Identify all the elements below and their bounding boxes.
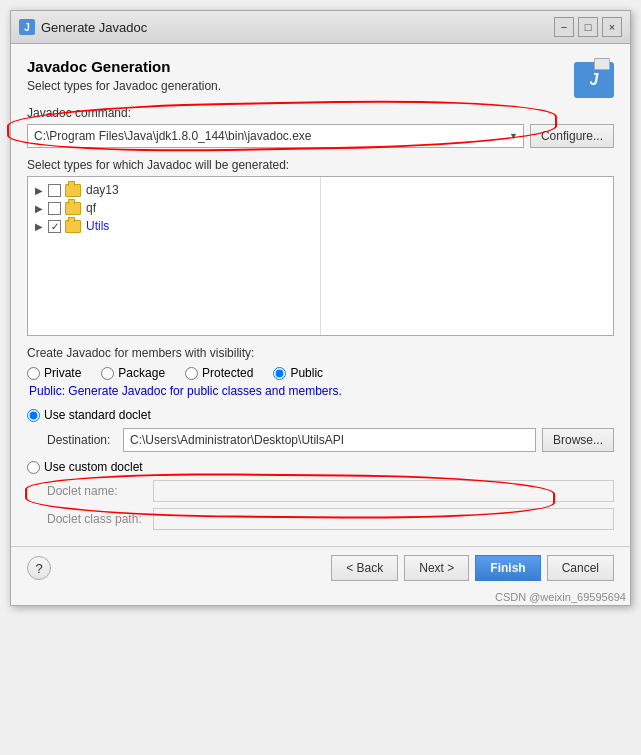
tree-arrow-qf: ▶ [32, 203, 46, 214]
javadoc-command-select[interactable]: C:\Program Files\Java\jdk1.8.0_144\bin\j… [27, 124, 524, 148]
button-bar: ? < Back Next > Finish Cancel [11, 546, 630, 589]
tree-right-panel [321, 177, 613, 335]
destination-input[interactable] [123, 428, 536, 452]
types-label: Select types for which Javadoc will be g… [27, 158, 614, 172]
radio-protected-input[interactable] [185, 367, 198, 380]
visibility-label: Create Javadoc for members with visibili… [27, 346, 614, 360]
header-area: Javadoc Generation Select types for Java… [27, 58, 614, 106]
javadoc-command-label: Javadoc command: [27, 106, 614, 120]
tree-label-utils: Utils [86, 219, 109, 233]
tree-arrow-day13: ▶ [32, 185, 46, 196]
help-button[interactable]: ? [27, 556, 51, 580]
radio-private-label: Private [44, 366, 81, 380]
tree-checkbox-utils[interactable] [48, 220, 61, 233]
types-section: Select types for which Javadoc will be g… [27, 158, 614, 336]
doclet-class-path-label: Doclet class path: [47, 512, 147, 526]
custom-doclet-fields: Doclet name: Doclet class path: [27, 480, 614, 530]
title-bar: J Generate Javadoc − □ × [11, 11, 630, 44]
folder-icon-day13 [65, 184, 81, 197]
configure-button[interactable]: Configure... [530, 124, 614, 148]
page-title: Javadoc Generation [27, 58, 221, 75]
radio-public[interactable]: Public [273, 366, 323, 380]
radio-package-input[interactable] [101, 367, 114, 380]
back-button[interactable]: < Back [331, 555, 398, 581]
cancel-button[interactable]: Cancel [547, 555, 614, 581]
doclet-section: Use standard doclet Destination: Browse.… [27, 408, 614, 530]
window-icon: J [19, 19, 35, 35]
visibility-radio-row: Private Package Protected Public [27, 366, 614, 380]
header-text: Javadoc Generation Select types for Java… [27, 58, 221, 105]
doclet-name-row: Doclet name: [47, 480, 614, 502]
tree-item-utils[interactable]: ▶ Utils [32, 217, 316, 235]
tree-container: ▶ day13 ▶ qf ▶ [27, 176, 614, 336]
visibility-section: Create Javadoc for members with visibili… [27, 346, 614, 398]
main-content: Javadoc Generation Select types for Java… [11, 44, 630, 546]
close-button[interactable]: × [602, 17, 622, 37]
doclet-name-label: Doclet name: [47, 484, 147, 498]
watermark: CSDN @weixin_69595694 [11, 589, 630, 605]
custom-doclet-row: Use custom doclet [27, 460, 614, 474]
tree-item-qf[interactable]: ▶ qf [32, 199, 316, 217]
window-title: Generate Javadoc [41, 20, 147, 35]
destination-row: Destination: Browse... [27, 428, 614, 452]
radio-private-input[interactable] [27, 367, 40, 380]
browse-button[interactable]: Browse... [542, 428, 614, 452]
standard-doclet-radio[interactable] [27, 409, 40, 422]
doclet-name-input[interactable] [153, 480, 614, 502]
command-row: C:\Program Files\Java\jdk1.8.0_144\bin\j… [27, 124, 614, 148]
folder-icon-utils [65, 220, 81, 233]
tree-label-day13: day13 [86, 183, 119, 197]
doclet-class-path-row: Doclet class path: [47, 508, 614, 530]
tree-left-panel[interactable]: ▶ day13 ▶ qf ▶ [28, 177, 321, 335]
radio-package[interactable]: Package [101, 366, 165, 380]
radio-protected[interactable]: Protected [185, 366, 253, 380]
radio-protected-label: Protected [202, 366, 253, 380]
minimize-button[interactable]: − [554, 17, 574, 37]
title-controls: − □ × [554, 17, 622, 37]
command-select-wrapper: C:\Program Files\Java\jdk1.8.0_144\bin\j… [27, 124, 524, 148]
radio-package-label: Package [118, 366, 165, 380]
tree-item-day13[interactable]: ▶ day13 [32, 181, 316, 199]
standard-doclet-row: Use standard doclet [27, 408, 614, 422]
standard-doclet-label: Use standard doclet [44, 408, 151, 422]
folder-icon-qf [65, 202, 81, 215]
generate-javadoc-window: J Generate Javadoc − □ × Javadoc Generat… [10, 10, 631, 606]
javadoc-command-section: Javadoc command: C:\Program Files\Java\j… [27, 106, 614, 148]
custom-doclet-label: Use custom doclet [44, 460, 143, 474]
title-bar-left: J Generate Javadoc [19, 19, 147, 35]
custom-doclet-radio[interactable] [27, 461, 40, 474]
radio-public-label: Public [290, 366, 323, 380]
javadoc-logo: J [566, 58, 614, 106]
page-subtitle: Select types for Javadoc generation. [27, 79, 221, 93]
next-button[interactable]: Next > [404, 555, 469, 581]
doclet-class-path-input[interactable] [153, 508, 614, 530]
tree-checkbox-day13[interactable] [48, 184, 61, 197]
finish-button[interactable]: Finish [475, 555, 540, 581]
visibility-note: Public: Generate Javadoc for public clas… [27, 384, 614, 398]
tree-label-qf: qf [86, 201, 96, 215]
tree-checkbox-qf[interactable] [48, 202, 61, 215]
radio-public-input[interactable] [273, 367, 286, 380]
maximize-button[interactable]: □ [578, 17, 598, 37]
envelope-icon [594, 58, 610, 70]
destination-label: Destination: [47, 433, 117, 447]
radio-private[interactable]: Private [27, 366, 81, 380]
tree-arrow-utils: ▶ [32, 221, 46, 232]
